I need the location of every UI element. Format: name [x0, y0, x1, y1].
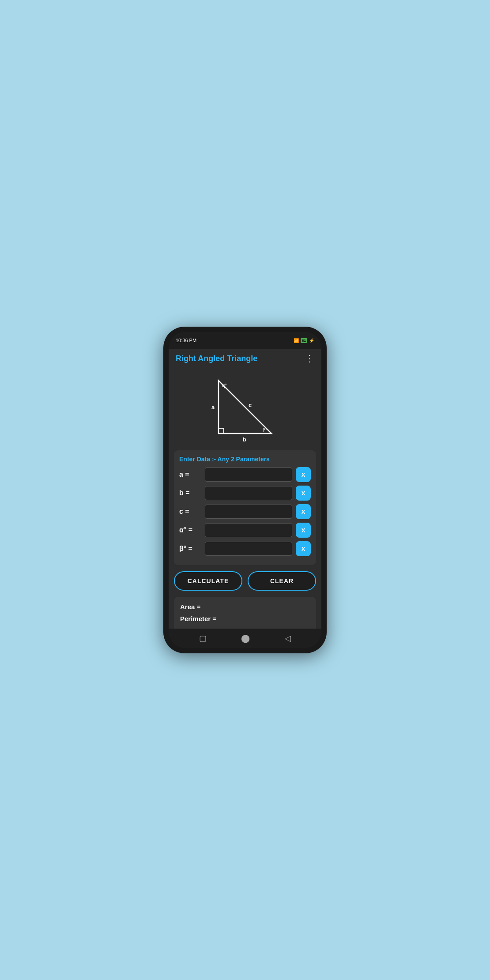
- input-alpha[interactable]: [205, 523, 292, 537]
- app-title: Right Angled Triangle: [176, 354, 257, 363]
- nav-back-icon[interactable]: ◁: [285, 633, 291, 643]
- phone-frame: 10:36 PM 📶 61 ⚡ Right Angled Triangle ⋮: [163, 327, 327, 653]
- app-header: Right Angled Triangle ⋮: [169, 349, 321, 367]
- section-title-static: Enter Data :-: [179, 456, 216, 463]
- row-b: b = X: [179, 486, 311, 501]
- svg-rect-1: [219, 428, 224, 433]
- status-bar: 10:36 PM 📶 61 ⚡: [169, 332, 321, 349]
- clear-alpha-button[interactable]: X: [296, 523, 311, 538]
- label-b: b =: [179, 489, 201, 497]
- row-alpha: α° = X: [179, 523, 311, 538]
- input-section: Enter Data :- Any 2 Parameters a = X b =…: [174, 450, 316, 565]
- label-alpha: α° =: [179, 526, 201, 534]
- clear-a-button[interactable]: X: [296, 467, 311, 482]
- signal-icon: 📶: [294, 338, 299, 343]
- area-result: Area =: [180, 603, 310, 611]
- input-a[interactable]: [205, 467, 292, 482]
- section-title: Enter Data :- Any 2 Parameters: [179, 456, 311, 463]
- svg-text:a: a: [211, 404, 215, 411]
- nav-home-icon[interactable]: ⬤: [241, 633, 250, 643]
- svg-text:β°: β°: [263, 427, 268, 432]
- label-beta: β° =: [179, 545, 201, 553]
- more-options-icon[interactable]: ⋮: [305, 353, 314, 364]
- battery-icon: 61: [301, 338, 307, 343]
- nav-bar: ▢ ⬤ ◁: [169, 629, 321, 648]
- input-b[interactable]: [205, 486, 292, 500]
- status-icons: 📶 61 ⚡: [294, 338, 314, 343]
- row-c: c = X: [179, 504, 311, 519]
- input-beta[interactable]: [205, 542, 292, 556]
- clear-beta-button[interactable]: X: [296, 541, 311, 556]
- clear-c-button[interactable]: X: [296, 504, 311, 519]
- triangle-diagram: α° a b c β°: [169, 367, 321, 450]
- svg-marker-0: [219, 381, 271, 433]
- action-buttons: CALCULATE CLEAR: [174, 571, 316, 591]
- label-a: a =: [179, 471, 201, 479]
- nav-square-icon[interactable]: ▢: [199, 633, 207, 643]
- triangle-svg: α° a b c β°: [201, 372, 289, 447]
- svg-text:b: b: [243, 436, 246, 443]
- perimeter-result: Perimeter =: [180, 615, 310, 622]
- section-title-dynamic: Any 2 Parameters: [218, 456, 270, 463]
- row-beta: β° = X: [179, 541, 311, 556]
- input-c[interactable]: [205, 505, 292, 519]
- row-a: a = X: [179, 467, 311, 482]
- results-section: Area = Perimeter =: [174, 597, 316, 629]
- status-time: 10:36 PM: [176, 338, 196, 343]
- phone-screen: 10:36 PM 📶 61 ⚡ Right Angled Triangle ⋮: [169, 332, 321, 648]
- calculate-button[interactable]: CALCULATE: [174, 571, 242, 591]
- clear-b-button[interactable]: X: [296, 486, 311, 501]
- label-c: c =: [179, 508, 201, 516]
- app-content: Right Angled Triangle ⋮ α° a b: [169, 349, 321, 629]
- svg-text:c: c: [249, 402, 252, 408]
- svg-text:α°: α°: [222, 383, 227, 388]
- charging-icon: ⚡: [309, 338, 314, 343]
- clear-all-button[interactable]: CLEAR: [248, 571, 316, 591]
